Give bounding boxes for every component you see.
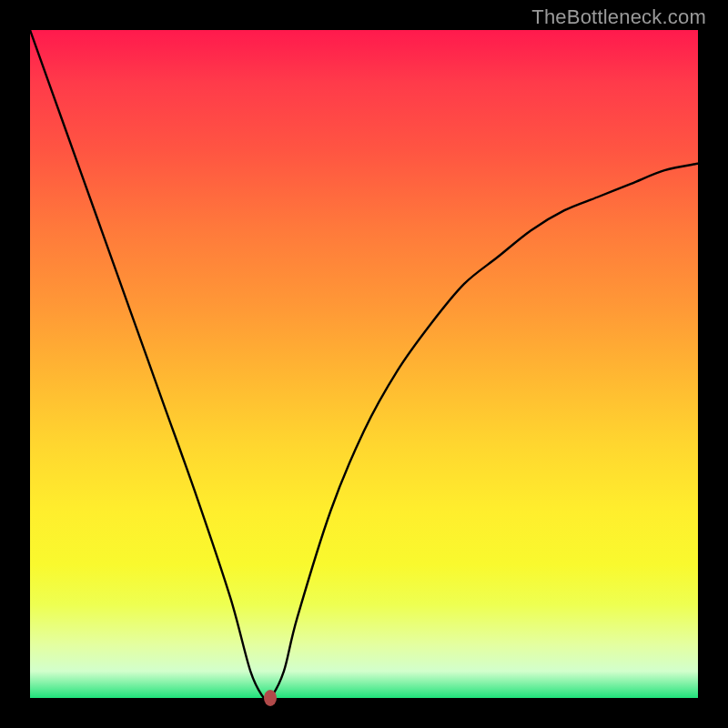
optimum-marker xyxy=(264,690,277,706)
watermark-text: TheBottleneck.com xyxy=(531,5,706,29)
bottleneck-curve xyxy=(30,30,698,698)
plot-area xyxy=(30,30,698,698)
chart-frame: TheBottleneck.com xyxy=(0,0,728,728)
